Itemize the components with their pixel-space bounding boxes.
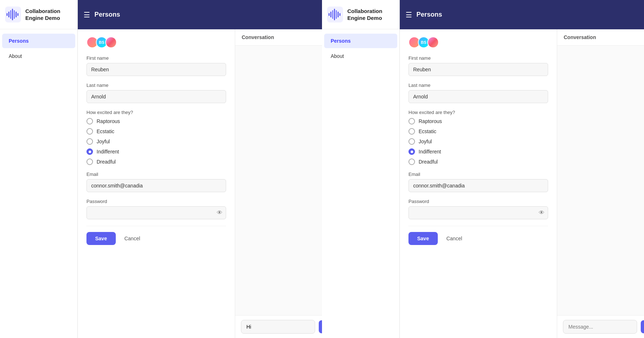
excitement-field-2: How excited are they? Raptorous Ecstatic [408,110,548,165]
excitement-radio-group-2: Raptorous Ecstatic Joyful Indiffere [408,118,548,165]
radio-circle-dreadful-2 [408,159,415,165]
app-logo-2 [327,7,343,22]
save-button-1[interactable]: Save [86,232,116,245]
message-input-2[interactable] [563,320,637,334]
message-input-1[interactable] [241,320,315,334]
radio-dreadful-1[interactable]: Dreadful [86,159,226,165]
svg-rect-11 [332,10,333,19]
radio-joyful-1[interactable]: Joyful [86,138,226,145]
topbar-title-2: Persons [416,11,644,18]
topbar-title-1: Persons [94,11,328,18]
last-name-label-1: Last name [86,83,226,88]
radio-label-ecstatic-1: Ecstatic [97,128,114,134]
radio-circle-ecstatic-1 [86,128,93,135]
topbar-1: ☰ Persons [78,0,353,29]
password-field-1: Password 👁 [86,199,226,219]
svg-rect-7 [17,13,18,16]
radio-raptorous-2[interactable]: Raptorous [408,118,548,124]
last-name-label-2: Last name [408,83,548,88]
email-input-2[interactable] [408,179,548,192]
email-field-1: Email [86,172,226,192]
radio-circle-raptorous-2 [408,118,415,124]
form-panel-2: BS First name Last name How excited are … [400,29,557,338]
form-panel-1: BS First name Last name How excited are … [78,29,235,338]
radio-indifferent-1[interactable]: Indifferent [86,148,226,155]
first-name-label-1: First name [86,55,226,61]
svg-rect-12 [334,9,335,20]
collaborator-avatars-2: BS [408,37,548,48]
conversation-body-2 [557,46,644,315]
svg-rect-9 [329,13,330,16]
app-title-2: Collaboration Engine Demo [347,8,394,22]
radio-joyful-2[interactable]: Joyful [408,138,548,145]
first-name-input-2[interactable] [408,63,548,76]
radio-circle-joyful-2 [408,138,415,145]
svg-rect-15 [339,13,340,16]
sidebar-nav-1: Persons About [0,29,77,68]
radio-ecstatic-2[interactable]: Ecstatic [408,128,548,135]
collaborator-avatar-2c [427,37,439,48]
last-name-input-2[interactable] [408,90,548,103]
password-field-2: Password 👁 [408,199,548,219]
radio-dreadful-2[interactable]: Dreadful [408,159,548,165]
radio-indifferent-2[interactable]: Indifferent [408,148,548,155]
hamburger-icon-1[interactable]: ☰ [84,10,90,19]
email-label-1: Email [86,172,226,177]
excitement-field-1: How excited are they? Raptorous Ecstatic [86,110,226,165]
excitement-radio-group-1: Raptorous Ecstatic Joyful Indiffere [86,118,226,165]
excitement-label-2: How excited are they? [408,110,548,115]
sidebar-item-persons-1[interactable]: Persons [2,34,75,48]
collaborator-avatar-1c [105,37,117,48]
last-name-field-2: Last name [408,83,548,103]
radio-circle-joyful-1 [86,138,93,145]
sidebar-item-persons-2[interactable]: Persons [324,34,397,48]
password-toggle-icon-2[interactable]: 👁 [539,210,545,216]
svg-rect-13 [336,10,337,19]
svg-rect-1 [7,13,8,16]
sidebar-2: Collaboration Engine Demo Persons About [322,0,400,338]
svg-rect-6 [16,12,17,17]
password-input-2[interactable] [408,206,548,219]
sidebar-1: Collaboration Engine Demo Persons About [0,0,78,338]
sidebar-header-2: Collaboration Engine Demo [322,0,399,29]
radio-label-joyful-1: Joyful [97,139,110,144]
form-footer-2: Save Cancel [408,226,548,248]
svg-rect-14 [338,12,339,17]
password-input-1[interactable] [86,206,226,219]
conversation-panel-2: Conversation Send [557,29,644,338]
app-logo-1 [5,7,21,22]
sidebar-nav-2: Persons About [322,29,399,68]
radio-circle-indifferent-2 [408,148,415,155]
radio-label-indifferent-2: Indifferent [419,149,441,155]
cancel-button-1[interactable]: Cancel [120,232,145,245]
radio-label-dreadful-1: Dreadful [97,159,116,165]
app-instance-1: Collaboration Engine Demo Persons About … [0,0,322,338]
first-name-label-2: First name [408,55,548,61]
sidebar-item-about-2[interactable]: About [324,49,397,63]
main-panel-1: ☰ Persons BS First name [78,0,353,338]
send-button-2[interactable]: Send [641,320,644,333]
last-name-input-1[interactable] [86,90,226,103]
password-wrapper-2: 👁 [408,206,548,219]
radio-circle-dreadful-1 [86,159,93,165]
email-input-1[interactable] [86,179,226,192]
cancel-button-2[interactable]: Cancel [442,232,467,245]
radio-label-dreadful-2: Dreadful [419,159,438,165]
radio-circle-ecstatic-2 [408,128,415,135]
first-name-field-1: First name [86,55,226,76]
email-field-2: Email [408,172,548,192]
radio-raptorous-1[interactable]: Raptorous [86,118,226,124]
svg-rect-10 [330,12,331,17]
radio-ecstatic-1[interactable]: Ecstatic [86,128,226,135]
radio-label-raptorous-2: Raptorous [419,118,442,124]
excitement-label-1: How excited are they? [86,110,226,115]
form-footer-1: Save Cancel [86,226,226,248]
app-instance-2: Collaboration Engine Demo Persons About … [322,0,644,338]
save-button-2[interactable]: Save [408,232,438,245]
radio-circle-raptorous-1 [86,118,93,124]
password-wrapper-1: 👁 [86,206,226,219]
password-toggle-icon-1[interactable]: 👁 [217,210,223,216]
first-name-input-1[interactable] [86,63,226,76]
sidebar-item-about-1[interactable]: About [2,49,75,63]
hamburger-icon-2[interactable]: ☰ [406,10,412,19]
